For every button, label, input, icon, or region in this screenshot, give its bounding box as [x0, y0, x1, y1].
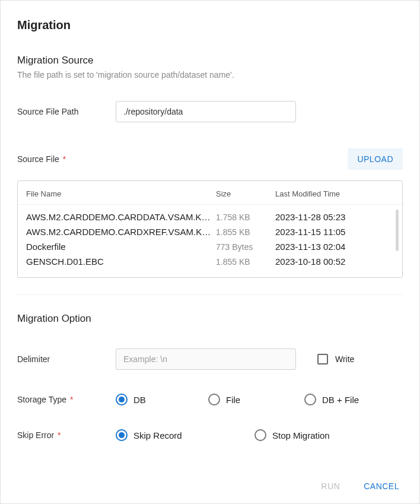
write-checkbox-wrap[interactable]: Write	[317, 354, 354, 364]
radio-icon	[208, 394, 220, 405]
radio-file[interactable]: File	[208, 394, 304, 405]
radio-icon	[254, 429, 266, 441]
write-checkbox[interactable]	[317, 354, 328, 364]
migration-source-title: Migration Source	[17, 55, 403, 66]
source-file-row: Source File * UPLOAD	[17, 148, 403, 170]
table-body[interactable]: AWS.M2.CARDDEMO.CARDDATA.VSAM.KS… 1.758 …	[18, 205, 402, 277]
radio-icon	[116, 429, 128, 441]
cell-size: 1.855 KB	[216, 257, 275, 267]
cell-filename: GENSCH.D01.EBC	[26, 256, 216, 267]
cell-filename: AWS.M2.CARDDEMO.CARDDATA.VSAM.KS…	[26, 212, 216, 222]
table-row[interactable]: Dockerfile 773 Bytes 2023-11-13 02:04	[26, 239, 394, 254]
header-time: Last Modified Time	[275, 189, 394, 198]
section-separator	[17, 294, 403, 295]
upload-button[interactable]: UPLOAD	[348, 148, 403, 170]
radio-icon	[116, 394, 128, 405]
radio-icon	[304, 394, 316, 405]
storage-type-row: Storage Type * DB File DB + File	[17, 394, 403, 405]
dialog-title: Migration	[17, 18, 403, 32]
cell-size: 1.758 KB	[216, 213, 275, 222]
table-row[interactable]: AWS.M2.CARDDEMO.CARDDATA.VSAM.KS… 1.758 …	[26, 210, 394, 224]
skip-error-label: Skip Error *	[17, 430, 116, 440]
cell-time: 2023-10-18 00:52	[275, 256, 394, 267]
migration-source-subtext: The file path is set to 'migration sourc…	[17, 70, 403, 80]
table-row[interactable]: AWS.M2.CARDDEMO.CARDXREF.VSAM.KS… 1.855 …	[26, 224, 394, 239]
radio-stop-migration[interactable]: Stop Migration	[254, 429, 330, 441]
header-size: Size	[216, 189, 275, 198]
radio-db-file[interactable]: DB + File	[304, 394, 359, 405]
source-file-table: File Name Size Last Modified Time AWS.M2…	[17, 180, 403, 278]
radio-skip-record[interactable]: Skip Record	[116, 429, 254, 441]
required-mark: *	[55, 430, 61, 440]
footer-actions: RUN CANCEL	[17, 469, 403, 492]
table-row[interactable]: GENSCH.D01.EBC 1.855 KB 2023-10-18 00:52	[26, 254, 394, 269]
table-header: File Name Size Last Modified Time	[18, 181, 402, 205]
cell-time: 2023-11-28 05:23	[275, 212, 394, 222]
cell-filename: Dockerfile	[26, 242, 216, 252]
migration-dialog: Migration Migration Source The file path…	[0, 0, 420, 504]
cell-filename: AWS.M2.CARDDEMO.CARDXREF.VSAM.KS…	[26, 227, 216, 237]
header-filename: File Name	[26, 189, 216, 198]
cancel-button[interactable]: CANCEL	[360, 481, 403, 492]
cell-size: 1.855 KB	[216, 227, 275, 237]
skip-error-group: Skip Record Stop Migration	[116, 429, 403, 441]
scrollbar[interactable]	[396, 210, 399, 251]
run-button[interactable]: RUN	[317, 481, 343, 492]
cell-time: 2023-11-13 02:04	[275, 242, 394, 252]
source-file-path-input[interactable]	[116, 101, 296, 122]
skip-error-row: Skip Error * Skip Record Stop Migration	[17, 429, 403, 441]
required-mark: *	[68, 395, 73, 404]
migration-option-title: Migration Option	[17, 313, 403, 325]
storage-type-group: DB File DB + File	[116, 394, 403, 405]
cell-size: 773 Bytes	[216, 242, 275, 252]
source-file-path-label: Source File Path	[17, 107, 116, 116]
storage-type-label: Storage Type *	[17, 395, 116, 404]
required-mark: *	[61, 154, 66, 164]
write-label: Write	[335, 354, 354, 364]
delimiter-input[interactable]	[116, 348, 296, 370]
cell-time: 2023-11-15 11:05	[275, 227, 394, 237]
radio-db[interactable]: DB	[116, 394, 208, 405]
delimiter-row: Delimiter Write	[17, 348, 403, 370]
source-file-path-row: Source File Path	[17, 101, 403, 122]
delimiter-label: Delimiter	[17, 354, 116, 364]
source-file-label: Source File *	[17, 154, 116, 164]
